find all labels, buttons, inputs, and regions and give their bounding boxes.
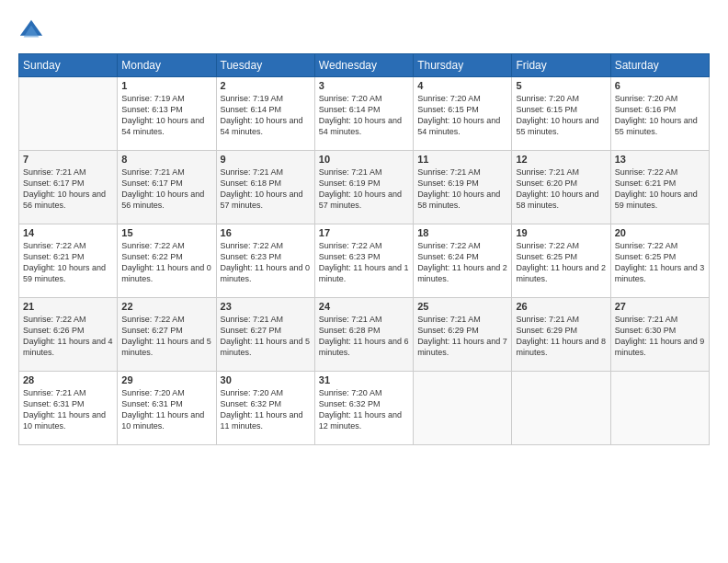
cell-details: Sunrise: 7:22 AMSunset: 6:22 PMDaylight:… [121, 240, 211, 285]
calendar-cell: 16Sunrise: 7:22 AMSunset: 6:23 PMDayligh… [216, 224, 314, 298]
cell-details: Sunrise: 7:21 AMSunset: 6:19 PMDaylight:… [417, 167, 507, 212]
cell-details: Sunrise: 7:21 AMSunset: 6:29 PMDaylight:… [516, 314, 606, 359]
calendar-cell [610, 372, 709, 445]
calendar-cell: 15Sunrise: 7:22 AMSunset: 6:22 PMDayligh… [118, 224, 216, 298]
calendar-cell: 17Sunrise: 7:22 AMSunset: 6:23 PMDayligh… [314, 224, 413, 298]
calendar-week-row: 28Sunrise: 7:21 AMSunset: 6:31 PMDayligh… [19, 372, 710, 445]
day-number: 23 [221, 301, 311, 312]
day-number: 29 [121, 374, 211, 385]
day-number: 19 [516, 227, 606, 238]
cell-details: Sunrise: 7:21 AMSunset: 6:18 PMDaylight:… [221, 167, 311, 212]
calendar-cell: 30Sunrise: 7:20 AMSunset: 6:32 PMDayligh… [216, 372, 314, 445]
cell-details: Sunrise: 7:22 AMSunset: 6:23 PMDaylight:… [319, 240, 409, 285]
day-number: 28 [23, 374, 113, 385]
calendar-cell: 25Sunrise: 7:21 AMSunset: 6:29 PMDayligh… [414, 298, 512, 372]
weekday-header: Friday [512, 54, 610, 77]
header-row: SundayMondayTuesdayWednesdayThursdayFrid… [19, 54, 710, 77]
cell-details: Sunrise: 7:22 AMSunset: 6:24 PMDaylight:… [417, 240, 507, 285]
cell-details: Sunrise: 7:21 AMSunset: 6:27 PMDaylight:… [221, 314, 311, 359]
cell-details: Sunrise: 7:21 AMSunset: 6:20 PMDaylight:… [516, 167, 606, 212]
cell-details: Sunrise: 7:21 AMSunset: 6:28 PMDaylight:… [319, 314, 409, 359]
calendar-cell: 11Sunrise: 7:21 AMSunset: 6:19 PMDayligh… [414, 151, 512, 224]
calendar-cell: 12Sunrise: 7:21 AMSunset: 6:20 PMDayligh… [512, 151, 610, 224]
day-number: 24 [319, 301, 409, 312]
day-number: 16 [221, 227, 311, 238]
day-number: 11 [417, 154, 507, 165]
calendar-cell: 22Sunrise: 7:22 AMSunset: 6:27 PMDayligh… [118, 298, 216, 372]
calendar-week-row: 21Sunrise: 7:22 AMSunset: 6:26 PMDayligh… [19, 298, 710, 372]
header [18, 17, 710, 44]
calendar-cell: 14Sunrise: 7:22 AMSunset: 6:21 PMDayligh… [19, 224, 118, 298]
calendar-cell: 21Sunrise: 7:22 AMSunset: 6:26 PMDayligh… [19, 298, 118, 372]
day-number: 3 [319, 80, 409, 91]
calendar-cell [19, 77, 118, 151]
day-number: 10 [319, 154, 409, 165]
weekday-header: Sunday [19, 54, 118, 77]
day-number: 1 [121, 80, 211, 91]
calendar-cell: 1Sunrise: 7:19 AMSunset: 6:13 PMDaylight… [118, 77, 216, 151]
calendar-cell: 9Sunrise: 7:21 AMSunset: 6:18 PMDaylight… [216, 151, 314, 224]
cell-details: Sunrise: 7:22 AMSunset: 6:21 PMDaylight:… [23, 240, 113, 285]
cell-details: Sunrise: 7:22 AMSunset: 6:23 PMDaylight:… [221, 240, 311, 285]
calendar-cell [512, 372, 610, 445]
weekday-header: Monday [118, 54, 216, 77]
calendar-cell: 7Sunrise: 7:21 AMSunset: 6:17 PMDaylight… [19, 151, 118, 224]
day-number: 18 [417, 227, 507, 238]
day-number: 17 [319, 227, 409, 238]
weekday-header: Thursday [414, 54, 512, 77]
cell-details: Sunrise: 7:20 AMSunset: 6:16 PMDaylight:… [615, 93, 705, 138]
logo-icon [18, 18, 44, 44]
day-number: 8 [121, 154, 211, 165]
calendar-week-row: 1Sunrise: 7:19 AMSunset: 6:13 PMDaylight… [19, 77, 710, 151]
cell-details: Sunrise: 7:20 AMSunset: 6:14 PMDaylight:… [319, 93, 409, 138]
day-number: 6 [615, 80, 705, 91]
cell-details: Sunrise: 7:22 AMSunset: 6:21 PMDaylight:… [615, 167, 705, 212]
day-number: 7 [23, 154, 113, 165]
day-number: 20 [615, 227, 705, 238]
calendar-cell: 24Sunrise: 7:21 AMSunset: 6:28 PMDayligh… [314, 298, 413, 372]
day-number: 31 [319, 374, 409, 385]
day-number: 30 [221, 374, 311, 385]
calendar-cell: 10Sunrise: 7:21 AMSunset: 6:19 PMDayligh… [314, 151, 413, 224]
calendar-cell [414, 372, 512, 445]
calendar-cell: 23Sunrise: 7:21 AMSunset: 6:27 PMDayligh… [216, 298, 314, 372]
logo [18, 17, 48, 44]
weekday-header: Tuesday [216, 54, 314, 77]
cell-details: Sunrise: 7:21 AMSunset: 6:17 PMDaylight:… [23, 167, 113, 212]
cell-details: Sunrise: 7:21 AMSunset: 6:29 PMDaylight:… [417, 314, 507, 359]
calendar-cell: 3Sunrise: 7:20 AMSunset: 6:14 PMDaylight… [314, 77, 413, 151]
day-number: 9 [221, 154, 311, 165]
day-number: 21 [23, 301, 113, 312]
cell-details: Sunrise: 7:21 AMSunset: 6:30 PMDaylight:… [615, 314, 705, 359]
calendar-cell: 8Sunrise: 7:21 AMSunset: 6:17 PMDaylight… [118, 151, 216, 224]
calendar-cell: 4Sunrise: 7:20 AMSunset: 6:15 PMDaylight… [414, 77, 512, 151]
day-number: 12 [516, 154, 606, 165]
cell-details: Sunrise: 7:20 AMSunset: 6:15 PMDaylight:… [417, 93, 507, 138]
cell-details: Sunrise: 7:20 AMSunset: 6:32 PMDaylight:… [319, 387, 409, 432]
day-number: 4 [417, 80, 507, 91]
calendar-cell: 18Sunrise: 7:22 AMSunset: 6:24 PMDayligh… [414, 224, 512, 298]
day-number: 15 [121, 227, 211, 238]
day-number: 25 [417, 301, 507, 312]
calendar-week-row: 14Sunrise: 7:22 AMSunset: 6:21 PMDayligh… [19, 224, 710, 298]
calendar-cell: 13Sunrise: 7:22 AMSunset: 6:21 PMDayligh… [610, 151, 709, 224]
cell-details: Sunrise: 7:21 AMSunset: 6:17 PMDaylight:… [121, 167, 211, 212]
cell-details: Sunrise: 7:21 AMSunset: 6:19 PMDaylight:… [319, 167, 409, 212]
calendar-cell: 31Sunrise: 7:20 AMSunset: 6:32 PMDayligh… [314, 372, 413, 445]
cell-details: Sunrise: 7:20 AMSunset: 6:15 PMDaylight:… [516, 93, 606, 138]
day-number: 27 [615, 301, 705, 312]
cell-details: Sunrise: 7:19 AMSunset: 6:13 PMDaylight:… [121, 93, 211, 138]
cell-details: Sunrise: 7:22 AMSunset: 6:27 PMDaylight:… [121, 314, 211, 359]
day-number: 22 [121, 301, 211, 312]
day-number: 13 [615, 154, 705, 165]
weekday-header: Saturday [610, 54, 709, 77]
cell-details: Sunrise: 7:22 AMSunset: 6:26 PMDaylight:… [23, 314, 113, 359]
cell-details: Sunrise: 7:22 AMSunset: 6:25 PMDaylight:… [516, 240, 606, 285]
calendar-cell: 19Sunrise: 7:22 AMSunset: 6:25 PMDayligh… [512, 224, 610, 298]
cell-details: Sunrise: 7:22 AMSunset: 6:25 PMDaylight:… [615, 240, 705, 285]
calendar-week-row: 7Sunrise: 7:21 AMSunset: 6:17 PMDaylight… [19, 151, 710, 224]
calendar-table: SundayMondayTuesdayWednesdayThursdayFrid… [18, 53, 710, 445]
weekday-header: Wednesday [314, 54, 413, 77]
calendar-cell: 27Sunrise: 7:21 AMSunset: 6:30 PMDayligh… [610, 298, 709, 372]
day-number: 26 [516, 301, 606, 312]
